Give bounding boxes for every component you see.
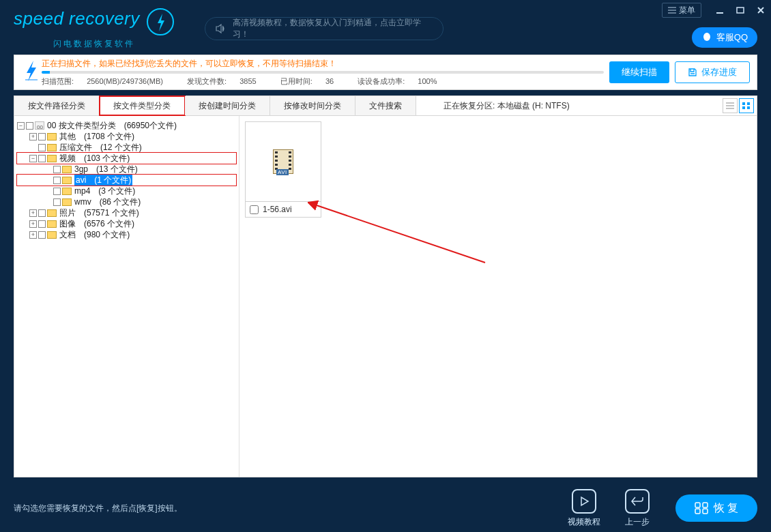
checkbox[interactable] (38, 133, 46, 141)
scan-progress-bar (42, 71, 604, 74)
footer-bar: 请勾选您需要恢复的文件，然后点[恢复]按钮。 视频教程 上一步 恢 复 (0, 484, 771, 532)
tree-label: 图像 (6576 个文件) (59, 218, 134, 229)
file-type-tree[interactable]: − 00 按文件类型分类 (66950个文件) + 其他 (1708 个文件) … (14, 116, 239, 477)
file-grid-pane: AVI 1-56.avi (239, 116, 757, 477)
tree-label: 照片 (57571 个文件) (59, 207, 139, 218)
checkbox[interactable] (38, 155, 46, 162)
checkbox[interactable] (38, 231, 46, 239)
expand-icon[interactable]: + (29, 231, 37, 239)
svg-rect-0 (737, 8, 744, 13)
folder-icon (47, 220, 57, 228)
prev-step-label: 上一步 (625, 516, 650, 528)
annotation-arrow (308, 198, 492, 266)
tab-by-create-time[interactable]: 按创建时间分类 (185, 96, 270, 115)
file-thumbnail[interactable]: AVI (245, 121, 321, 202)
qq-support-button[interactable]: 客服QQ (692, 27, 757, 48)
folder-icon (62, 188, 72, 195)
svg-point-2 (704, 33, 709, 38)
expand-icon[interactable]: + (29, 220, 37, 228)
file-checkbox[interactable] (250, 205, 259, 214)
checkbox[interactable] (53, 198, 61, 206)
maximize-button[interactable] (730, 0, 751, 20)
save-progress-button[interactable]: 保存进度 (675, 61, 750, 83)
tree-label: 压缩文件 (12 个文件) (59, 142, 142, 153)
view-list-button[interactable] (723, 98, 738, 113)
continue-scan-button[interactable]: 继续扫描 (609, 61, 669, 83)
checkbox[interactable] (38, 209, 46, 217)
footer-hint: 请勾选您需要恢复的文件，然后点[恢复]按钮。 (14, 503, 182, 514)
tree-video-wmv[interactable]: wmv (86 个文件) (17, 196, 236, 207)
tree-video[interactable]: − 视频 (103 个文件) (17, 153, 236, 164)
recover-button[interactable]: 恢 复 (675, 494, 757, 522)
scan-stats: 扫描范围: 2560(MB)/249736(MB) 发现文件数: 3855 已用… (42, 76, 604, 87)
tree-image[interactable]: + 图像 (6576 个文件) (17, 218, 236, 229)
recover-icon (695, 502, 708, 514)
tab-file-search[interactable]: 文件搜索 (355, 96, 416, 115)
collapse-icon[interactable]: − (17, 122, 25, 130)
save-progress-label: 保存进度 (701, 66, 737, 78)
folder-icon (62, 166, 72, 173)
checkbox[interactable] (53, 166, 61, 173)
calendar-icon (35, 121, 44, 130)
folder-icon (47, 155, 57, 162)
video-tutorial-button[interactable]: 视频教程 (568, 489, 600, 528)
tree-doc[interactable]: + 文档 (980 个文件) (17, 229, 236, 240)
recover-label: 恢 复 (714, 501, 738, 516)
expand-icon[interactable]: + (29, 133, 37, 141)
prev-step-button[interactable]: 上一步 (625, 489, 650, 528)
scan-bolt-icon (21, 61, 42, 84)
save-icon (688, 68, 697, 77)
bolt-icon (147, 8, 174, 35)
menu-button[interactable]: 菜单 (662, 3, 701, 18)
folder-icon (47, 231, 57, 239)
scan-status-panel: 正在扫描文件，如果已经找到您丢失的文件，可以立即恢复，不用等待扫描结束！ 扫描范… (14, 55, 757, 90)
app-logo: speed recovery 闪电数据恢复软件 (14, 8, 174, 50)
tree-other[interactable]: + 其他 (1708 个文件) (17, 131, 236, 142)
svg-rect-5 (742, 106, 745, 109)
checkbox[interactable] (38, 220, 46, 228)
expand-icon[interactable]: + (29, 209, 37, 217)
tutorial-banner[interactable]: 高清视频教程，数据恢复从入门到精通，点击立即学习！ (205, 17, 443, 40)
tree-root-label: 00 按文件类型分类 (66950个文件) (47, 120, 177, 131)
svg-rect-9 (703, 503, 708, 507)
minimize-icon (715, 5, 725, 15)
folder-icon (62, 177, 72, 184)
close-button[interactable] (751, 0, 771, 20)
maximize-icon (736, 5, 745, 15)
hamburger-icon (668, 7, 676, 14)
tree-video-3gp[interactable]: 3gp (13 个文件) (17, 164, 236, 175)
tab-by-type[interactable]: 按文件类型分类 (100, 96, 185, 115)
logo-subtitle: 闪电数据恢复软件 (14, 38, 174, 50)
category-tab-bar: 按文件路径分类 按文件类型分类 按创建时间分类 按修改时间分类 文件搜索 正在恢… (14, 95, 757, 116)
logo-text: speed recovery (14, 8, 140, 29)
tree-label: wmv (86 个文件) (74, 196, 141, 207)
tab-by-modify-time[interactable]: 按修改时间分类 (270, 96, 355, 115)
tree-archive[interactable]: 压缩文件 (12 个文件) (17, 142, 236, 153)
folder-icon (47, 209, 57, 217)
svg-rect-8 (695, 503, 700, 507)
close-icon (756, 5, 766, 15)
checkbox[interactable] (26, 122, 33, 130)
tree-label: 3gp (13 个文件) (74, 164, 138, 175)
play-icon (572, 489, 596, 514)
checkbox[interactable] (53, 177, 61, 184)
minimize-button[interactable] (710, 0, 730, 20)
collapse-icon[interactable]: − (29, 155, 37, 162)
grid-icon (742, 102, 751, 110)
file-item[interactable]: AVI 1-56.avi (245, 121, 321, 218)
partition-label: 正在恢复分区: 本地磁盘 (H: NTFS) (443, 96, 570, 115)
tab-by-path[interactable]: 按文件路径分类 (14, 96, 100, 115)
checkbox[interactable] (38, 144, 46, 151)
view-grid-button[interactable] (739, 98, 754, 113)
tree-label: 文档 (980 个文件) (59, 229, 130, 240)
tree-root[interactable]: − 00 按文件类型分类 (66950个文件) (17, 120, 236, 131)
tree-photo[interactable]: + 照片 (57571 个文件) (17, 207, 236, 218)
folder-icon (47, 144, 57, 151)
svg-rect-4 (747, 102, 750, 105)
tree-video-mp4[interactable]: mp4 (3 个文件) (17, 186, 236, 196)
window-controls: 菜单 (662, 0, 771, 20)
checkbox[interactable] (53, 188, 61, 195)
tree-video-avi[interactable]: avi (1 个文件) (17, 175, 236, 186)
svg-rect-6 (747, 106, 750, 109)
folder-icon (62, 198, 72, 206)
